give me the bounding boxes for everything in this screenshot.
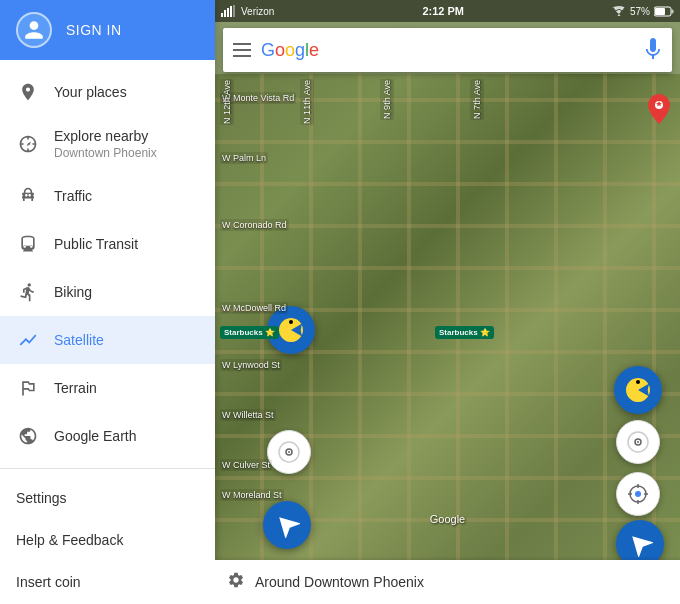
sidebar-item-google-earth[interactable]: Google Earth: [0, 412, 215, 460]
nav-button-left[interactable]: [263, 501, 311, 549]
sidebar-item-your-places-label: Your places: [54, 84, 127, 100]
svg-rect-1: [224, 10, 226, 17]
sidebar-menu: Your places Explore nearby Downtown Phoe…: [0, 60, 215, 604]
svg-point-12: [637, 441, 639, 443]
map-area: Verizon 2:12 PM 57% Google: [215, 0, 680, 604]
starbucks-marker-left: Starbucks ⭐: [220, 326, 279, 339]
road-label-n9-ave: N 9th Ave: [380, 79, 394, 120]
person-icon: [23, 19, 45, 41]
sign-in-label[interactable]: SIGN IN: [66, 22, 122, 38]
explore-nearby-sublabel: Downtown Phoenix: [54, 146, 157, 160]
gear-icon: [227, 571, 245, 589]
status-right: 57%: [612, 6, 674, 17]
signal-icon: [221, 5, 235, 17]
google-logo: Google: [261, 40, 634, 61]
sidebar-item-traffic[interactable]: Traffic: [0, 172, 215, 220]
road-label-n11-ave: N 11th Ave: [300, 79, 314, 125]
compass-icon: [626, 430, 650, 454]
hamburger-menu-icon[interactable]: [233, 43, 251, 57]
svg-point-9: [636, 380, 640, 384]
road-label-w-willetta: W Willetta St: [220, 409, 276, 421]
battery-text: 57%: [630, 6, 650, 17]
status-signal: Verizon: [221, 5, 274, 17]
earth-icon: [16, 424, 40, 448]
settings-label: Settings: [16, 490, 67, 506]
road-label-w-coronado: W Coronado Rd: [220, 219, 289, 231]
svg-rect-7: [655, 8, 665, 15]
target-icon: [626, 482, 650, 506]
location-pin: [648, 94, 670, 128]
compass-button[interactable]: [616, 420, 660, 464]
wifi-icon: [612, 6, 626, 16]
sidebar-item-your-places[interactable]: Your places: [0, 68, 215, 116]
sidebar-item-google-earth-label: Google Earth: [54, 428, 137, 444]
search-mic-icon[interactable]: [644, 37, 662, 63]
help-feedback-label: Help & Feedback: [16, 532, 123, 548]
insert-coin-label: Insert coin: [16, 574, 81, 590]
svg-rect-4: [233, 5, 235, 17]
sidebar-item-biking[interactable]: Biking: [0, 268, 215, 316]
avatar[interactable]: [16, 12, 52, 48]
status-bar: Verizon 2:12 PM 57%: [215, 0, 680, 22]
pacman-icon: [623, 375, 653, 405]
sidebar-item-satellite-label: Satellite: [54, 332, 104, 348]
svg-rect-2: [227, 8, 229, 17]
transit-icon: [16, 232, 40, 256]
sidebar-item-help-feedback[interactable]: Help & Feedback: [0, 519, 215, 561]
svg-rect-3: [230, 6, 232, 17]
svg-point-14: [635, 491, 641, 497]
sidebar-item-satellite[interactable]: Satellite: [0, 316, 215, 364]
road-label-n7-ave: N 7th Ave: [470, 79, 484, 120]
carrier-text: Verizon: [241, 6, 274, 17]
road-label-n12-ave: N 12th Ave: [220, 79, 234, 125]
sidebar-item-biking-label: Biking: [54, 284, 92, 300]
sidebar-item-insert-coin[interactable]: Insert coin: [0, 561, 215, 603]
sidebar-item-settings[interactable]: Settings: [0, 477, 215, 519]
explore-nearby-text: Explore nearby Downtown Phoenix: [54, 128, 157, 160]
road-label-w-lynwood: W Lynwood St: [220, 359, 282, 371]
sidebar-header[interactable]: SIGN IN: [0, 0, 215, 60]
svg-rect-0: [221, 13, 223, 17]
explore-nearby-label: Explore nearby: [54, 128, 157, 144]
bottom-location-text: Around Downtown Phoenix: [255, 574, 424, 590]
pacman-button[interactable]: [614, 366, 662, 414]
nav-arrow-icon: [627, 531, 653, 557]
google-watermark: Google: [430, 513, 465, 525]
satellite-icon: [16, 328, 40, 352]
bottom-gear-icon[interactable]: [227, 571, 245, 593]
sidebar-item-terrain-label: Terrain: [54, 380, 97, 396]
sidebar-item-transit-label: Public Transit: [54, 236, 138, 252]
sidebar-item-terrain[interactable]: Terrain: [0, 364, 215, 412]
svg-rect-6: [671, 9, 673, 13]
compass-button-left[interactable]: [267, 430, 311, 474]
microphone-svg: [644, 37, 662, 59]
bike-icon: [16, 280, 40, 304]
battery-icon: [654, 6, 674, 17]
road-label-w-moreland: W Moreland St: [220, 489, 284, 501]
place-icon: [16, 80, 40, 104]
road-label-w-mcdowell: W McDowell Rd: [220, 302, 288, 314]
compass-icon-left: [277, 440, 301, 464]
map-search-bar[interactable]: Google: [223, 28, 672, 72]
nav-arrow-icon-left: [274, 512, 300, 538]
status-time: 2:12 PM: [422, 5, 464, 17]
explore-icon: [16, 132, 40, 156]
map-bottom-bar: Around Downtown Phoenix: [215, 560, 680, 604]
starbucks-marker-right: Starbucks ⭐: [435, 326, 494, 339]
location-target-button[interactable]: [616, 472, 660, 516]
sidebar-item-explore-nearby[interactable]: Explore nearby Downtown Phoenix: [0, 116, 215, 172]
road-label-w-palm-ln: W Palm Ln: [220, 152, 268, 164]
svg-point-22: [288, 451, 290, 453]
menu-divider: [0, 468, 215, 469]
sidebar-item-public-transit[interactable]: Public Transit: [0, 220, 215, 268]
sidebar: SIGN IN Your places Explore nearby Downt…: [0, 0, 215, 604]
road-label-w-culver: W Culver St: [220, 459, 272, 471]
traffic-icon: [16, 184, 40, 208]
sidebar-item-traffic-label: Traffic: [54, 188, 92, 204]
pacman-icon-left: [276, 315, 306, 345]
svg-point-19: [289, 320, 293, 324]
terrain-icon: [16, 376, 40, 400]
